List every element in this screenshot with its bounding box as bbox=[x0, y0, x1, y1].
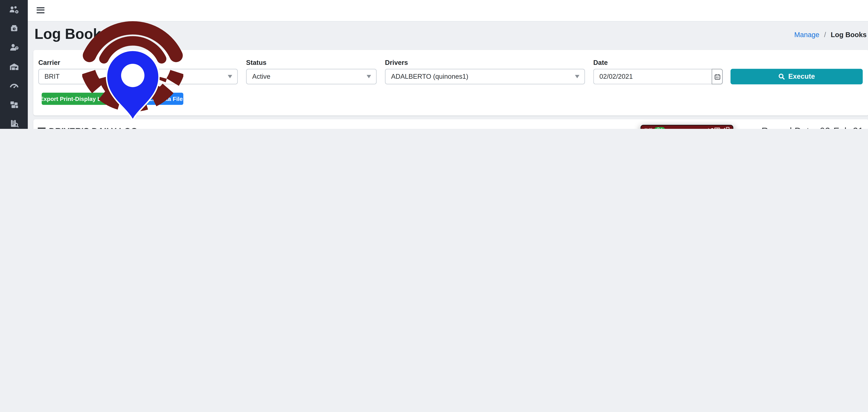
export-print-button[interactable]: Export Print-Display Logs bbox=[42, 93, 107, 105]
bluetooth-status-icon: ᛒ bbox=[708, 127, 710, 129]
gauge-icon bbox=[9, 80, 19, 91]
location-status-icon bbox=[711, 128, 713, 129]
calendar-button[interactable] bbox=[712, 69, 723, 84]
status-label: Status bbox=[246, 59, 267, 67]
carrier-value: BRIT bbox=[44, 73, 60, 80]
carrier-label: Carrier bbox=[38, 59, 60, 67]
breadcrumb-manage-link[interactable]: Manage bbox=[794, 31, 819, 39]
drivers-select[interactable]: ADALBERTO (quinones1) bbox=[385, 69, 585, 84]
search-icon bbox=[778, 73, 785, 80]
device-lock-icon bbox=[9, 23, 19, 34]
phone-status-bar: 11:05 5 ᛒ LTE bbox=[641, 125, 733, 129]
sidebar-item-users-settings[interactable] bbox=[0, 0, 28, 19]
breadcrumb-current: Log Books bbox=[831, 31, 867, 39]
sidebar-item-device-lock[interactable] bbox=[0, 19, 28, 38]
sidebar-item-driver-question[interactable]: ? bbox=[0, 38, 28, 57]
sidebar-nav: ?$ bbox=[0, 0, 28, 129]
filters-card: Carrier BRIT Status Active Drivers ADALB… bbox=[33, 50, 868, 115]
svg-text:?: ? bbox=[16, 47, 18, 50]
users-settings-icon bbox=[9, 4, 19, 15]
breadcrumb: Manage / Log Books bbox=[794, 31, 867, 39]
phone-mockup: 11:05 5 ᛒ LTE Hours Of Se... ⋮ DRIVER 01… bbox=[641, 125, 733, 129]
wifi-icon bbox=[656, 128, 660, 129]
execute-button[interactable]: Execute bbox=[731, 69, 863, 84]
menu-toggle-icon[interactable] bbox=[37, 7, 44, 14]
breadcrumb-separator: / bbox=[824, 31, 826, 39]
volte-icon: LTE bbox=[715, 128, 720, 129]
sidebar-item-inspection-clipboard[interactable] bbox=[0, 114, 28, 129]
sidebar-item-warehouse[interactable] bbox=[0, 57, 28, 76]
inspection-clipboard-icon bbox=[9, 118, 19, 129]
drivers-value: ADALBERTO (quinones1) bbox=[391, 73, 468, 80]
chevron-down-icon bbox=[228, 75, 232, 78]
status-select[interactable]: Active bbox=[246, 69, 377, 84]
daily-log-card: DRIVER'S DAILY LOG Record Date: 02-Feb-2… bbox=[33, 119, 868, 129]
chevron-down-icon bbox=[367, 75, 371, 78]
page: ?$ Log Books Manage / Log Books Carrier … bbox=[0, 0, 868, 129]
date-label: Date bbox=[593, 59, 608, 67]
drivers-label: Drivers bbox=[385, 59, 408, 67]
topbar bbox=[28, 0, 868, 22]
section-menu-icon[interactable] bbox=[38, 128, 45, 129]
wifi-count-pill: 5 bbox=[654, 127, 665, 129]
warehouse-icon bbox=[9, 61, 19, 72]
carrier-select[interactable]: BRIT bbox=[38, 69, 238, 84]
calendar-icon bbox=[714, 73, 720, 79]
record-date-heading: Record Date: 02-Feb-21 bbox=[762, 126, 863, 129]
daily-log-title: DRIVER'S DAILY LOG bbox=[38, 127, 138, 129]
signal-icon bbox=[721, 128, 724, 129]
date-input[interactable] bbox=[593, 69, 712, 84]
packages-icon bbox=[9, 99, 19, 110]
phone-time: 11:05 bbox=[644, 128, 653, 129]
export-eld-button[interactable]: Export ELD Data File bbox=[122, 93, 183, 105]
chevron-down-icon bbox=[575, 75, 580, 78]
page-title: Log Books bbox=[34, 26, 109, 43]
status-value: Active bbox=[252, 73, 271, 80]
battery-icon bbox=[726, 127, 729, 129]
sidebar-item-packages[interactable] bbox=[0, 95, 28, 114]
driver-question-icon: ? bbox=[9, 42, 19, 53]
sidebar-item-gauge[interactable] bbox=[0, 76, 28, 95]
